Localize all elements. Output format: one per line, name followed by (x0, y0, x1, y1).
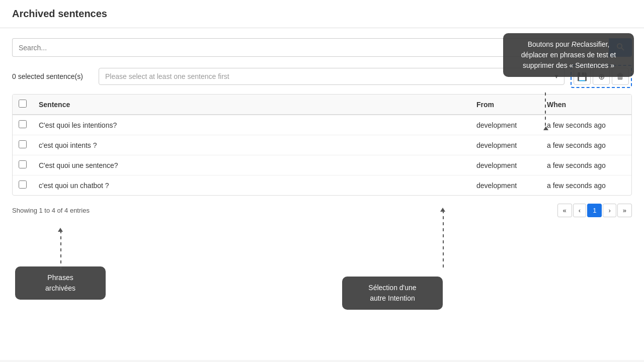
delete-button[interactable]: 🗑 (612, 68, 629, 85)
pagination-next[interactable]: › (603, 204, 616, 217)
table-row: C'est quoi les intentions? development a… (13, 115, 631, 135)
arrow-head-center (440, 208, 445, 212)
row-checkbox-1[interactable] (19, 140, 27, 148)
intent-dropdown[interactable]: Please select at least one sentence firs… (99, 68, 565, 85)
pagination-current[interactable]: 1 (587, 204, 602, 217)
search-button[interactable] (609, 38, 632, 57)
showing-entries: Showing 1 to 4 of 4 entries (12, 207, 90, 214)
svg-point-0 (617, 44, 622, 48)
delete-icon: 🗑 (616, 72, 624, 81)
row-checkbox-3[interactable] (19, 180, 27, 189)
cell-from-2: development (470, 155, 541, 175)
cell-from-0: development (470, 115, 541, 135)
select-all-checkbox[interactable] (19, 100, 27, 108)
row-checkbox-0[interactable] (19, 120, 27, 128)
cell-sentence-0: C'est quoi les intentions? (33, 115, 470, 135)
tooltip-bottom-center: Sélection d'uneautre Intention (342, 277, 443, 310)
cell-sentence-2: C'est quoi une sentence? (33, 155, 470, 175)
pagination-first[interactable]: « (557, 204, 572, 217)
cell-when-2: a few seconds ago (541, 155, 631, 175)
table-header-row: Sentence From When (13, 95, 631, 115)
column-header-when: When (541, 95, 631, 115)
cell-sentence-3: c'est quoi un chatbot ? (33, 175, 470, 196)
row-checkbox-2[interactable] (19, 160, 27, 168)
cell-from-3: development (470, 175, 541, 196)
sentences-table: Sentence From When C'est quoi les intent… (13, 95, 631, 195)
tooltip-bottom-left: Phrasesarchivées (15, 266, 106, 300)
pagination-last[interactable]: » (617, 204, 632, 217)
arrow-line-right (545, 93, 546, 128)
pagination-prev[interactable]: ‹ (573, 204, 586, 217)
column-header-from: From (470, 95, 541, 115)
save-icon: 💾 (577, 72, 587, 81)
search-bar (12, 38, 632, 57)
table-row: C'est quoi une sentence? development a f… (13, 155, 631, 175)
table-row: c'est quoi intents ? development a few s… (13, 135, 631, 155)
add-icon: ⊕ (598, 72, 605, 81)
page-title: Archived sentences (12, 8, 632, 20)
selected-count: 0 selected sentence(s) (12, 72, 93, 80)
cell-from-1: development (470, 135, 541, 155)
column-header-sentence: Sentence (33, 95, 470, 115)
sentences-table-wrapper: Sentence From When C'est quoi les intent… (12, 94, 632, 196)
reclassify-button[interactable]: 💾 (574, 68, 591, 85)
cell-when-0: a few seconds ago (541, 115, 631, 135)
svg-line-1 (621, 48, 624, 50)
arrow-head-right (543, 126, 548, 130)
search-input[interactable] (12, 38, 609, 57)
toolbar: 0 selected sentence(s) Please select at … (12, 65, 632, 88)
cell-sentence-1: c'est quoi intents ? (33, 135, 470, 155)
cell-when-3: a few seconds ago (541, 175, 631, 196)
move-to-test-button[interactable]: ⊕ (593, 68, 610, 85)
dropdown-wrapper: Please select at least one sentence firs… (99, 68, 565, 85)
footer: Showing 1 to 4 of 4 entries « ‹ 1 › » (12, 204, 632, 217)
cell-when-1: a few seconds ago (541, 135, 631, 155)
table-row: c'est quoi un chatbot ? development a fe… (13, 175, 631, 196)
search-icon (616, 43, 624, 51)
pagination: « ‹ 1 › » (557, 204, 632, 217)
arrow-line-left (60, 230, 61, 270)
arrow-line-center (443, 210, 444, 270)
action-buttons-group: 💾 ⊕ 🗑 (571, 65, 632, 88)
arrow-head-left (58, 228, 63, 232)
